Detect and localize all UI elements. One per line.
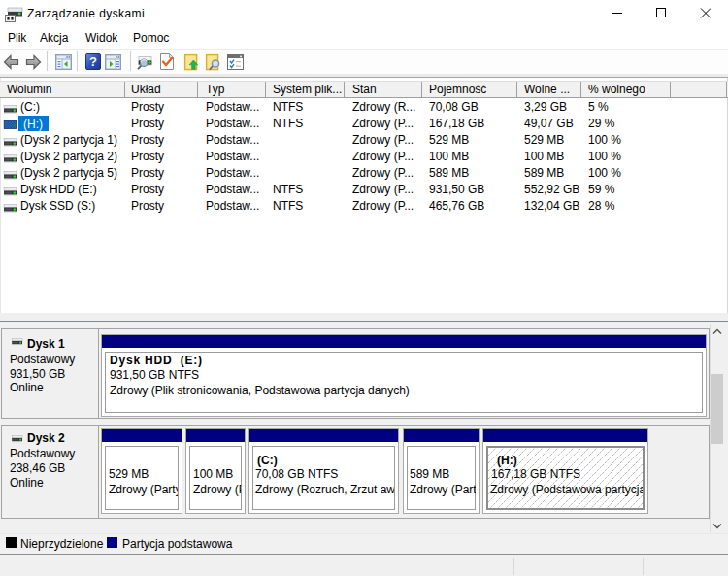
svg-text:?: ? <box>89 54 97 69</box>
